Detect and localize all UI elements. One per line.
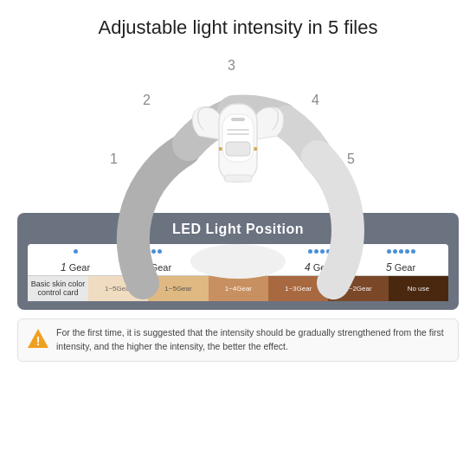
- page-title: Adjustable light intensity in 5 files: [99, 16, 378, 41]
- dot: [74, 249, 78, 254]
- gear-label-5: 5 Gear: [386, 261, 415, 273]
- gear-num-5: 5: [347, 151, 355, 167]
- svg-rect-7: [226, 142, 250, 156]
- svg-rect-4: [231, 118, 245, 121]
- gear-col-5: 5 Gear: [366, 249, 435, 273]
- skin-cell-6: No use: [389, 275, 448, 302]
- gear-label-1: 1 Gear: [61, 261, 90, 273]
- gear-num-3: 3: [228, 58, 235, 74]
- dot: [393, 249, 397, 254]
- warning-text: For the first time, it is suggested that…: [56, 326, 449, 354]
- svg-point-0: [190, 244, 286, 279]
- gear-num-4: 4: [312, 93, 319, 108]
- dot: [387, 249, 391, 254]
- svg-rect-8: [224, 175, 252, 182]
- dot: [399, 249, 403, 254]
- gear-num-1: 1: [110, 151, 118, 167]
- device-illustration: [186, 88, 290, 201]
- svg-text:!: !: [36, 334, 41, 348]
- warning-icon: !: [27, 327, 49, 350]
- gear-num-2: 2: [143, 93, 151, 108]
- device-svg: [186, 88, 290, 201]
- skin-label: Basic skin color control card: [28, 275, 88, 302]
- gauge-section: 1 2 3 4 5: [100, 49, 376, 201]
- dot: [405, 249, 409, 254]
- dots-5: [387, 249, 415, 258]
- dot: [411, 249, 415, 254]
- dots-1: [74, 249, 78, 258]
